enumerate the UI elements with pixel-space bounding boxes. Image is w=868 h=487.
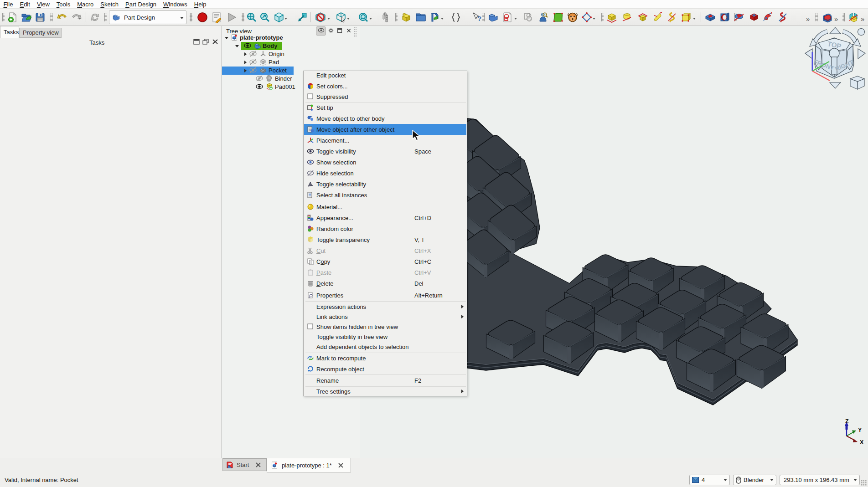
svg-text:X: X	[860, 439, 864, 446]
svg-text:?: ?	[477, 15, 481, 22]
svg-text:Z: Z	[845, 418, 849, 425]
svg-text:Y: Y	[858, 427, 862, 433]
